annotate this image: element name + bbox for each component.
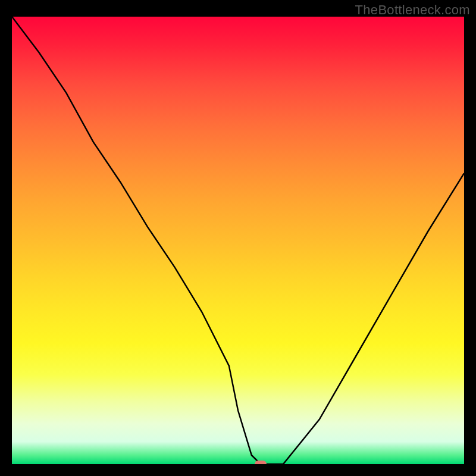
curve-path <box>12 17 464 464</box>
watermark-text: TheBottleneck.com <box>355 2 470 18</box>
bottleneck-marker <box>255 461 267 464</box>
bottleneck-curve <box>12 17 464 464</box>
chart-plot-area <box>12 17 464 464</box>
